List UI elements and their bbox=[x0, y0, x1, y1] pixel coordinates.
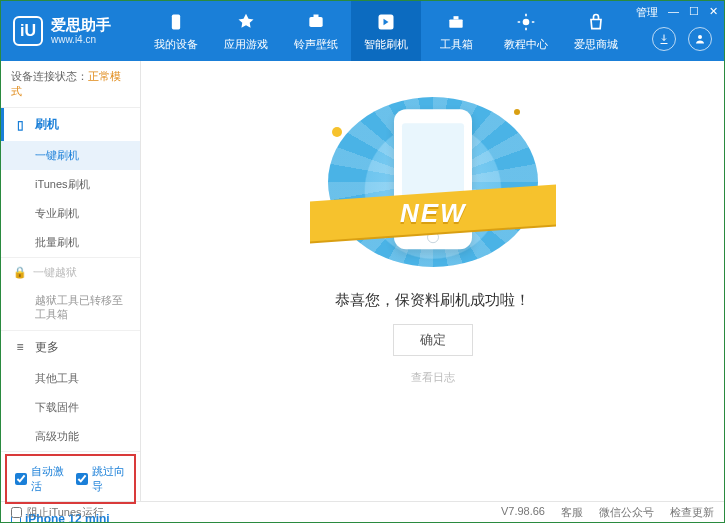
connection-status: 设备连接状态：正常模式 bbox=[1, 61, 140, 108]
app-header: iU 爱思助手 www.i4.cn 我的设备应用游戏铃声壁纸智能刷机工具箱教程中… bbox=[1, 1, 724, 61]
nav-tab-toolbox[interactable]: 工具箱 bbox=[421, 1, 491, 61]
sidebar-item-other-tools[interactable]: 其他工具 bbox=[1, 364, 140, 393]
checkbox-skip-guide[interactable]: 跳过向导 bbox=[76, 464, 127, 494]
view-log-link[interactable]: 查看日志 bbox=[411, 370, 455, 385]
checkbox-auto-activate[interactable]: 自动激活 bbox=[15, 464, 66, 494]
store-icon bbox=[585, 11, 607, 33]
nav-tab-flash[interactable]: 智能刷机 bbox=[351, 1, 421, 61]
menu-icon: ≡ bbox=[13, 340, 27, 354]
sidebar-item-download-fw[interactable]: 下载固件 bbox=[1, 393, 140, 422]
sidebar-header-more[interactable]: ≡ 更多 bbox=[1, 331, 140, 364]
sidebar-header-jailbreak: 🔒 一键越狱 bbox=[1, 258, 140, 287]
nav-tab-tutorial[interactable]: 教程中心 bbox=[491, 1, 561, 61]
sidebar-item-batch-flash[interactable]: 批量刷机 bbox=[1, 228, 140, 257]
checkbox-block-itunes[interactable]: 阻止iTunes运行 bbox=[11, 505, 104, 520]
main-content: NEW 恭喜您，保资料刷机成功啦！ 确定 查看日志 bbox=[141, 61, 724, 501]
sidebar-header-flash[interactable]: ▯ 刷机 bbox=[1, 108, 140, 141]
svg-point-6 bbox=[523, 18, 530, 25]
options-highlight-box: 自动激活 跳过向导 bbox=[5, 454, 136, 504]
footer-link-update[interactable]: 检查更新 bbox=[670, 505, 714, 520]
sidebar-item-oneclick-flash[interactable]: 一键刷机 bbox=[1, 141, 140, 170]
app-title: 爱思助手 bbox=[51, 17, 111, 34]
flash-icon bbox=[375, 11, 397, 33]
toolbox-icon bbox=[445, 11, 467, 33]
tutorial-icon bbox=[515, 11, 537, 33]
window-controls: 管理 — ☐ ✕ bbox=[636, 5, 718, 20]
nav-tab-apps[interactable]: 应用游戏 bbox=[211, 1, 281, 61]
user-button[interactable] bbox=[688, 27, 712, 51]
sidebar-item-pro-flash[interactable]: 专业刷机 bbox=[1, 199, 140, 228]
apps-icon bbox=[235, 11, 257, 33]
ok-button[interactable]: 确定 bbox=[393, 324, 473, 356]
app-url: www.i4.cn bbox=[51, 34, 111, 45]
ringtone-icon bbox=[305, 11, 327, 33]
sidebar: 设备连接状态：正常模式 ▯ 刷机 一键刷机 iTunes刷机 专业刷机 批量刷机… bbox=[1, 61, 141, 501]
svg-rect-2 bbox=[314, 14, 319, 17]
logo-area: iU 爱思助手 www.i4.cn bbox=[1, 16, 141, 46]
nav-tab-store[interactable]: 爱思商城 bbox=[561, 1, 631, 61]
svg-rect-4 bbox=[449, 19, 462, 27]
svg-rect-5 bbox=[454, 16, 459, 19]
window-minimize-button[interactable]: — bbox=[668, 5, 679, 20]
success-message: 恭喜您，保资料刷机成功啦！ bbox=[335, 291, 530, 310]
svg-rect-0 bbox=[172, 14, 180, 29]
download-button[interactable] bbox=[652, 27, 676, 51]
logo-icon: iU bbox=[13, 16, 43, 46]
sidebar-item-itunes-flash[interactable]: iTunes刷机 bbox=[1, 170, 140, 199]
svg-point-7 bbox=[698, 35, 702, 39]
version-label: V7.98.66 bbox=[501, 505, 545, 520]
footer-link-support[interactable]: 客服 bbox=[561, 505, 583, 520]
nav-tab-device[interactable]: 我的设备 bbox=[141, 1, 211, 61]
sidebar-item-advanced[interactable]: 高级功能 bbox=[1, 422, 140, 451]
window-close-button[interactable]: ✕ bbox=[709, 5, 718, 20]
nav-tab-ringtone[interactable]: 铃声壁纸 bbox=[281, 1, 351, 61]
phone-icon: ▯ bbox=[13, 118, 27, 132]
nav-tabs: 我的设备应用游戏铃声壁纸智能刷机工具箱教程中心爱思商城 bbox=[141, 1, 631, 61]
footer-link-wechat[interactable]: 微信公众号 bbox=[599, 505, 654, 520]
device-icon bbox=[165, 11, 187, 33]
window-maximize-button[interactable]: ☐ bbox=[689, 5, 699, 20]
jailbreak-note: 越狱工具已转移至工具箱 bbox=[1, 287, 140, 330]
success-illustration: NEW bbox=[328, 97, 538, 267]
svg-rect-1 bbox=[309, 17, 322, 27]
window-manage-button[interactable]: 管理 bbox=[636, 5, 658, 20]
lock-icon: 🔒 bbox=[13, 266, 27, 279]
